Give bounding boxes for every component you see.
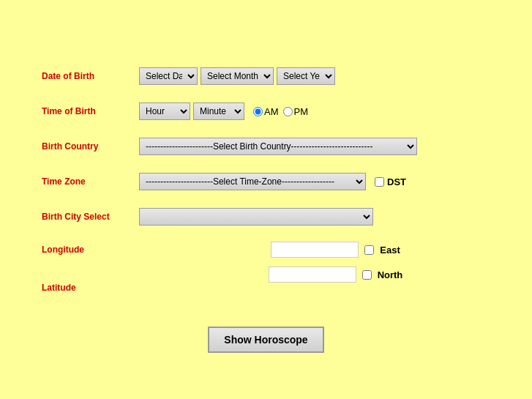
birth-country-controls: -----------------------Select Birth Coun…	[139, 138, 532, 155]
am-pm-group: AM PM	[253, 106, 308, 117]
year-select[interactable]: Select Ye	[277, 67, 335, 85]
latitude-input[interactable]	[269, 266, 356, 283]
time-of-birth-row: Time of Birth Hour Minute AM PM	[0, 94, 532, 129]
east-checkbox[interactable]	[364, 245, 374, 255]
north-checkbox[interactable]	[362, 270, 372, 280]
time-of-birth-label: Time of Birth	[0, 106, 139, 116]
month-select[interactable]: Select Month	[201, 67, 274, 85]
longitude-city-select[interactable]	[139, 208, 373, 225]
birth-country-row: Birth Country -----------------------Sel…	[0, 129, 532, 164]
north-label: North	[378, 269, 403, 280]
show-horoscope-button[interactable]: Show Horoscope	[208, 327, 323, 353]
birth-city-controls	[139, 208, 532, 225]
am-radio[interactable]	[253, 107, 263, 116]
dst-checkbox[interactable]	[375, 177, 384, 187]
pm-label[interactable]: PM	[283, 106, 309, 117]
longitude-label: Longitude Latitude	[0, 242, 139, 293]
minute-select[interactable]: Minute	[193, 102, 244, 120]
dst-group: DST	[375, 176, 406, 187]
east-label: East	[380, 245, 400, 256]
dst-label: DST	[387, 176, 406, 187]
time-zone-label: Time Zone	[0, 176, 139, 187]
date-of-birth-controls: Select Dat Select Month Select Ye	[139, 67, 532, 85]
country-select[interactable]: -----------------------Select Birth Coun…	[139, 138, 417, 155]
main-form: Date of Birth Select Dat Select Month Se…	[0, 0, 532, 382]
time-zone-controls: -----------------------Select Time-Zone-…	[139, 173, 532, 190]
time-of-birth-controls: Hour Minute AM PM	[139, 102, 532, 120]
birth-country-label: Birth Country	[0, 141, 139, 152]
longitude-input-row: East	[271, 242, 400, 258]
birth-city-label: Birth City Select	[0, 212, 139, 222]
am-label[interactable]: AM	[253, 106, 279, 117]
time-zone-row: Time Zone -----------------------Select …	[0, 164, 532, 199]
button-row: Show Horoscope	[0, 312, 532, 353]
coord-controls: East North	[139, 242, 532, 283]
date-select[interactable]: Select Dat	[139, 67, 198, 85]
pm-radio[interactable]	[283, 107, 293, 116]
date-of-birth-row: Date of Birth Select Dat Select Month Se…	[0, 59, 532, 94]
latitude-input-row: North	[269, 266, 403, 283]
date-of-birth-label: Date of Birth	[0, 71, 139, 81]
longitude-input[interactable]	[271, 242, 359, 258]
coord-row: Longitude Latitude East North	[0, 234, 532, 297]
hour-select[interactable]: Hour	[139, 102, 190, 120]
birth-city-row: Birth City Select	[0, 199, 532, 234]
timezone-select[interactable]: -----------------------Select Time-Zone-…	[139, 173, 366, 190]
